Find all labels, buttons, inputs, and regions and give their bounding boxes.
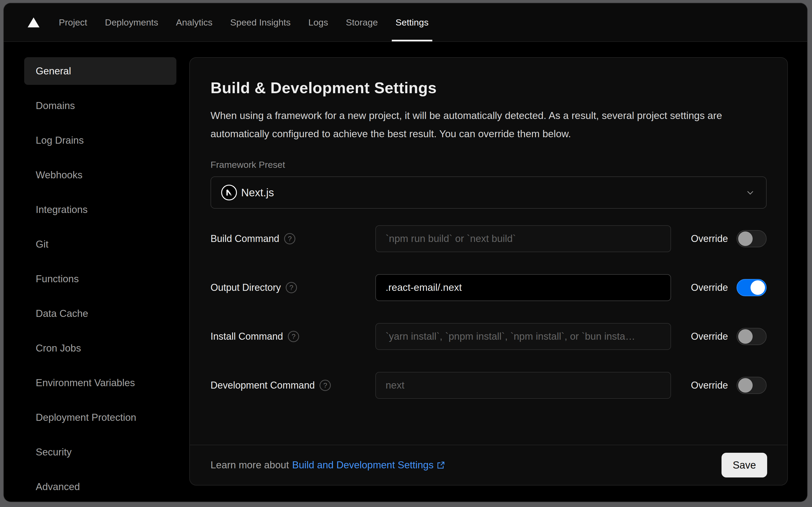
build-command-override-toggle[interactable] [737, 230, 767, 247]
framework-preset-select[interactable]: Next.js [211, 176, 767, 209]
sidebar-item-data-cache[interactable]: Data Cache [24, 300, 176, 327]
save-button[interactable]: Save [721, 453, 767, 477]
page-title: Build & Development Settings [211, 79, 767, 97]
help-icon[interactable]: ? [320, 380, 331, 391]
sidebar-item-environment-variables[interactable]: Environment Variables [24, 369, 176, 397]
development-command-row: Development Command ? Override [211, 372, 767, 399]
sidebar-item-git[interactable]: Git [24, 230, 176, 258]
help-icon[interactable]: ? [286, 282, 297, 293]
sidebar-item-log-drains[interactable]: Log Drains [24, 126, 176, 154]
sidebar-item-webhooks[interactable]: Webhooks [24, 161, 176, 189]
sidebar-item-general[interactable]: General [24, 57, 176, 85]
install-command-label: Install Command [211, 331, 283, 342]
sidebar-item-advanced[interactable]: Advanced [24, 473, 176, 501]
framework-preset-value: Next.js [241, 187, 274, 199]
sidebar-item-cron-jobs[interactable]: Cron Jobs [24, 334, 176, 362]
development-command-override-toggle[interactable] [737, 377, 767, 394]
settings-main: Build & Development Settings When using … [189, 42, 807, 501]
install-command-row: Install Command ? Override [211, 323, 767, 350]
override-label: Override [691, 331, 728, 342]
card-footer: Learn more about Build and Development S… [190, 445, 787, 485]
sidebar-item-functions[interactable]: Functions [24, 265, 176, 293]
sidebar-item-domains[interactable]: Domains [24, 92, 176, 119]
card-description: When using a framework for a new project… [211, 106, 756, 143]
install-command-input[interactable] [375, 323, 671, 350]
output-directory-label: Output Directory [211, 282, 281, 293]
tab-analytics[interactable]: Analytics [176, 3, 213, 41]
sidebar-item-security[interactable]: Security [24, 438, 176, 466]
toggle-knob [738, 231, 753, 246]
tab-project[interactable]: Project [59, 3, 87, 41]
nextjs-logo-icon [221, 184, 237, 201]
vercel-logo-icon[interactable] [27, 17, 40, 27]
install-command-override-toggle[interactable] [737, 328, 767, 345]
build-command-input[interactable] [375, 225, 671, 252]
sidebar-item-integrations[interactable]: Integrations [24, 196, 176, 223]
learn-more-text: Learn more about [211, 459, 289, 471]
toggle-knob [738, 378, 753, 393]
framework-preset-label: Framework Preset [211, 160, 767, 170]
help-icon[interactable]: ? [288, 331, 299, 342]
toggle-knob [738, 329, 753, 344]
build-command-label: Build Command [211, 233, 279, 244]
sidebar-item-deployment-protection[interactable]: Deployment Protection [24, 404, 176, 431]
development-command-label: Development Command [211, 380, 315, 391]
override-label: Override [691, 233, 728, 244]
override-label: Override [691, 282, 728, 293]
tab-deployments[interactable]: Deployments [105, 3, 158, 41]
development-command-input[interactable] [375, 372, 671, 399]
tab-logs[interactable]: Logs [308, 3, 328, 41]
tab-settings[interactable]: Settings [396, 3, 428, 41]
build-settings-doc-link[interactable]: Build and Development Settings [292, 459, 446, 471]
override-label: Override [691, 380, 728, 391]
top-navbar: Project Deployments Analytics Speed Insi… [4, 3, 807, 42]
toggle-knob [751, 280, 765, 295]
chevron-down-icon [745, 187, 755, 198]
help-icon[interactable]: ? [284, 233, 295, 244]
build-command-row: Build Command ? Override [211, 225, 767, 252]
settings-sidebar: General Domains Log Drains Webhooks Inte… [4, 42, 189, 501]
project-tabs: Project Deployments Analytics Speed Insi… [59, 3, 428, 41]
app-window: Project Deployments Analytics Speed Insi… [4, 3, 807, 502]
build-settings-card: Build & Development Settings When using … [189, 57, 788, 486]
output-directory-override-toggle[interactable] [737, 279, 767, 296]
external-link-icon [437, 460, 446, 470]
tab-speed-insights[interactable]: Speed Insights [230, 3, 291, 41]
tab-storage[interactable]: Storage [346, 3, 378, 41]
output-directory-input[interactable] [375, 274, 671, 301]
output-directory-row: Output Directory ? Override [211, 274, 767, 301]
